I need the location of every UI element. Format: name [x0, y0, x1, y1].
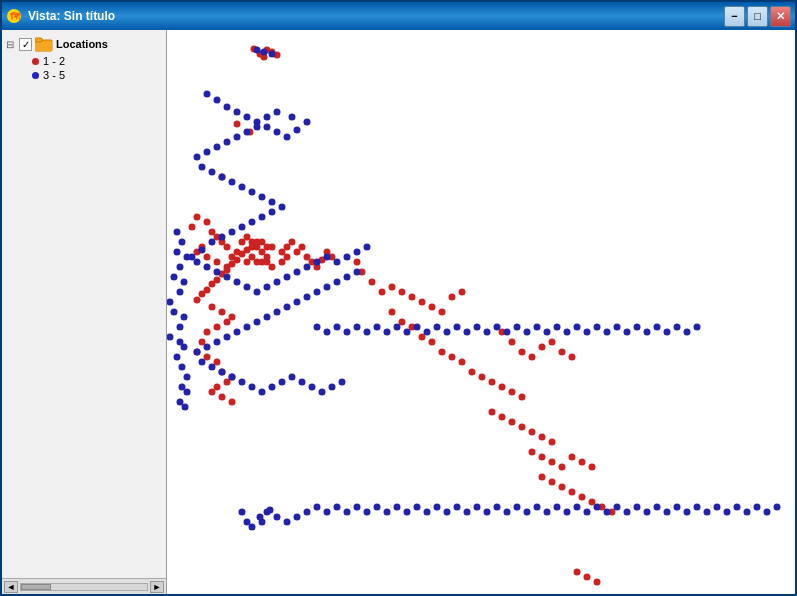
legend-label-1: 1 - 2 [43, 55, 65, 67]
minimize-button[interactable]: − [724, 6, 745, 27]
main-window: 🗺 Vista: Sin título − □ ✕ ⊟ ✓ Loca [0, 0, 797, 596]
expand-icon[interactable]: ⊟ [6, 39, 16, 50]
map-canvas [167, 30, 795, 594]
scroll-track [20, 583, 148, 591]
sidebar: ⊟ ✓ Locations 1 - 2 3 - 5 [2, 30, 167, 594]
legend-label-2: 3 - 5 [43, 69, 65, 81]
title-bar-left: 🗺 Vista: Sin título [6, 8, 115, 24]
legend-item-1: 1 - 2 [4, 54, 164, 68]
scroll-thumb[interactable] [21, 584, 51, 590]
map-area [167, 30, 795, 594]
content-area: ⊟ ✓ Locations 1 - 2 3 - 5 [2, 30, 795, 594]
app-icon: 🗺 [6, 8, 22, 24]
legend-item-2: 3 - 5 [4, 68, 164, 82]
scroll-right-button[interactable]: ► [150, 581, 164, 593]
close-button[interactable]: ✕ [770, 6, 791, 27]
legend-dot-red [32, 58, 39, 65]
title-buttons: − □ ✕ [724, 6, 791, 27]
layer-checkbox[interactable]: ✓ [19, 38, 32, 51]
svg-rect-4 [35, 38, 42, 42]
window-title: Vista: Sin título [28, 9, 115, 23]
folder-icon [35, 36, 53, 52]
svg-text:🗺: 🗺 [10, 11, 21, 22]
title-bar: 🗺 Vista: Sin título − □ ✕ [2, 2, 795, 30]
sidebar-scrollbar: ◄ ► [2, 578, 166, 594]
layer-item: ⊟ ✓ Locations [4, 34, 164, 54]
maximize-button[interactable]: □ [747, 6, 768, 27]
layer-name: Locations [56, 38, 108, 50]
legend-dot-blue [32, 72, 39, 79]
scroll-left-button[interactable]: ◄ [4, 581, 18, 593]
sidebar-content: ⊟ ✓ Locations 1 - 2 3 - 5 [2, 30, 166, 578]
svg-rect-3 [35, 42, 52, 51]
